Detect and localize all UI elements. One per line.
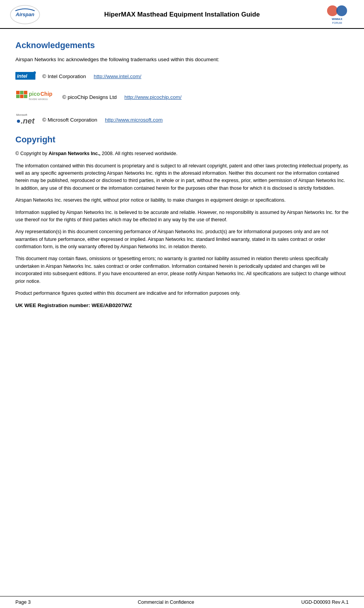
- svg-point-9: [34, 72, 36, 73]
- svg-text:flexible wireless: flexible wireless: [29, 98, 48, 100]
- copyright-para5: This document may contain flaws, omissio…: [15, 255, 349, 285]
- picochip-trademark-row: pico Chip flexible wireless © picoChip D…: [15, 89, 349, 105]
- acknowledgements-heading: Acknowledgements: [15, 40, 349, 50]
- svg-text:pico: pico: [29, 91, 40, 97]
- msnet-trademark-row: Microsoft .net © Microsoft Corporation h…: [15, 112, 349, 128]
- copyright-para6: Product performance figures quoted withi…: [15, 290, 349, 297]
- copyright-para4: Any representation(s) in this document c…: [15, 228, 349, 251]
- svg-point-2: [327, 5, 338, 16]
- svg-point-3: [336, 5, 347, 16]
- copyright-para2: Airspan Networks Inc. reserves the right…: [15, 197, 349, 204]
- copyright-section: Copyright © Copyright by Airspan Network…: [15, 135, 349, 308]
- intel-trademark-row: intel © Intel Corporation http://www.int…: [15, 70, 349, 82]
- airspan-logo: Airspan: [8, 4, 42, 25]
- picochip-trademark-text: © picoChip Designs Ltd: [62, 94, 117, 100]
- picochip-logo: pico Chip flexible wireless: [15, 89, 58, 105]
- intel-trademark-link[interactable]: http://www.intel.com/: [94, 73, 142, 79]
- msnet-trademark-link[interactable]: http://www.microsoft.com: [105, 117, 163, 123]
- svg-text:Chip: Chip: [40, 91, 52, 97]
- document-title: HiperMAX Masthead Equipment Installation…: [42, 11, 322, 18]
- acknowledgements-intro: Airspan Networks Inc acknowledges the fo…: [15, 56, 349, 63]
- wimax-logo: WiMAX FORUM: [322, 4, 352, 25]
- msnet-trademark-text: © Microsoft Corporation: [42, 117, 97, 123]
- copyright-line1: © Copyright by Airspan Networks Inc., 20…: [15, 150, 349, 157]
- footer-confidentiality: Commercial in Confidence: [138, 600, 194, 605]
- page-content: Acknowledgements Airspan Networks Inc ac…: [0, 29, 364, 316]
- svg-text:.net: .net: [21, 117, 35, 125]
- svg-text:Microsoft: Microsoft: [16, 114, 27, 116]
- svg-rect-10: [16, 91, 20, 94]
- svg-text:intel: intel: [17, 73, 27, 79]
- copyright-para1: The information contained within this do…: [15, 162, 349, 192]
- uk-wee-text: UK WEE Registration number: WEE/AB0207WZ: [15, 302, 349, 308]
- svg-rect-15: [24, 95, 27, 98]
- page-footer: Page 3 Commercial in Confidence UGD-D000…: [0, 596, 364, 608]
- svg-rect-12: [24, 91, 27, 94]
- svg-text:WiMAX: WiMAX: [332, 17, 342, 21]
- svg-text:FORUM: FORUM: [332, 22, 342, 24]
- svg-rect-11: [20, 91, 23, 94]
- intel-trademark-text: © Intel Corporation: [42, 73, 86, 79]
- copyright-para3: Information supplied by Airspan Networks…: [15, 209, 349, 224]
- svg-text:Airspan: Airspan: [15, 12, 34, 17]
- copyright-heading: Copyright: [15, 135, 349, 145]
- svg-rect-13: [16, 95, 20, 98]
- msnet-logo: Microsoft .net: [15, 112, 38, 128]
- svg-point-20: [17, 120, 20, 123]
- footer-document-id: UGD-D00093 Rev A.1: [301, 600, 349, 605]
- intel-logo: intel: [15, 70, 38, 82]
- svg-rect-14: [20, 95, 23, 98]
- footer-page-number: Page 3: [15, 600, 31, 605]
- picochip-trademark-link[interactable]: http://www.picochip.com/: [124, 94, 182, 100]
- page-header: Airspan HiperMAX Masthead Equipment Inst…: [0, 0, 364, 29]
